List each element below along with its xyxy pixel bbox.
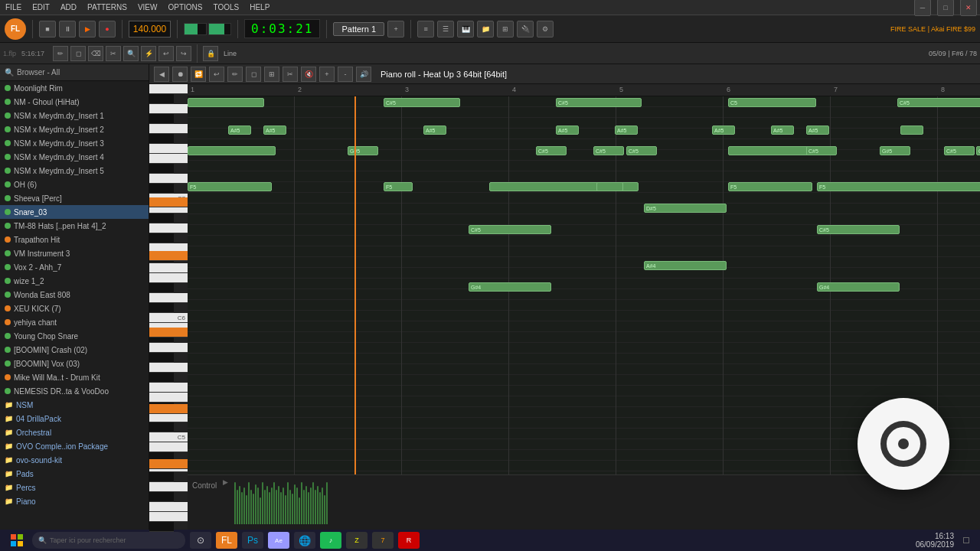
sidebar-item-23[interactable]: 📁NSM [0,398,149,412]
piano-key-C5[interactable]: C5 [149,432,188,442]
piano-key-A#7[interactable] [149,94,174,104]
note-12[interactable]: A#5 [771,126,794,135]
note-33[interactable]: F5 [817,182,980,191]
taskbar-app3[interactable]: R [398,532,420,549]
browser-btn[interactable]: 📁 [477,21,494,37]
note-13[interactable]: A#5 [806,126,829,135]
sidebar-item-15[interactable]: Wonda East 808 [0,288,149,302]
record-btn[interactable]: ● [99,21,116,37]
tool-draw[interactable]: ✏ [53,46,68,61]
tool-undo[interactable]: ↩ [158,46,174,61]
sidebar-item-18[interactable]: Young Chop Snare [0,329,149,343]
tool-redo[interactable]: ↪ [176,46,191,61]
pr-pencil[interactable]: ✏ [227,67,243,82]
show-desktop-btn[interactable] [959,532,974,549]
note-26[interactable]: C#5 [976,146,980,155]
sidebar-item-25[interactable]: 📁Orchestral [0,425,149,439]
pr-rec-btn[interactable]: ⏺ [172,67,188,82]
menu-view[interactable]: VIEW [136,3,160,11]
note-37[interactable]: C#5 [469,225,551,234]
piano-key-C#5[interactable] [149,422,174,432]
piano-key-F5[interactable] [149,383,188,393]
pause-btn[interactable]: ⏸ [59,21,76,37]
piano-key-F6[interactable] [149,263,188,273]
piano-key-D#6[interactable] [149,283,174,293]
piano-key-E5[interactable] [149,393,188,403]
taskbar-spotify[interactable]: ♪ [320,532,341,549]
pr-mute[interactable]: 🔇 [301,67,316,82]
piano-key-A6[interactable] [149,223,188,233]
tool-select[interactable]: ◻ [70,46,86,61]
menu-help[interactable]: HELP [247,3,272,11]
piano-key-active[interactable] [149,328,188,337]
sidebar-item-6[interactable]: NSM x Meydm.dy_Insert 5 [0,164,149,178]
piano-key-E7[interactable] [149,154,188,164]
taskbar-ae[interactable]: Ae [268,532,289,549]
pr-glue[interactable]: ⊞ [264,67,279,82]
note-38[interactable]: C#5 [817,225,900,234]
menu-add[interactable]: ADD [58,3,79,11]
note-25[interactable]: C#5 [944,146,975,155]
note-24[interactable]: G#5 [880,146,910,155]
note-1[interactable]: C#5 [384,98,460,107]
piano-key-G#5[interactable] [149,353,174,363]
sidebar-item-16[interactable]: XEU KICK (7) [0,302,149,315]
note-3[interactable]: C5 [728,98,816,107]
sidebar-item-12[interactable]: VM Instrument 3 [0,246,149,260]
bpm-display[interactable]: 140.000 [129,21,171,37]
start-button[interactable] [6,532,28,549]
menu-file[interactable]: FILE [3,3,24,11]
sidebar-item-26[interactable]: 📁OVO Comple..ion Package [0,439,149,453]
note-23[interactable]: C#5 [806,146,837,155]
note-32[interactable]: F5 [728,182,812,191]
piano-key-G#6[interactable] [149,233,174,243]
sidebar-item-28[interactable]: 📁Pads [0,467,149,481]
stop-btn[interactable]: ■ [39,21,56,37]
note-42[interactable]: G#4 [817,282,900,292]
piano-key-C#6[interactable] [149,303,174,313]
piano-key-F4[interactable] [149,502,188,512]
note-18[interactable]: G#5 [348,146,378,155]
taskbar-app1[interactable]: Z [346,532,368,549]
playlist-btn[interactable]: ☰ [437,21,454,37]
note-29[interactable]: F5 [384,182,413,191]
note-35[interactable]: D#5 [644,204,727,213]
maximize-btn[interactable]: □ [937,0,954,16]
sidebar-item-1[interactable]: NM - Ghoul (HiHat) [0,95,149,109]
piano-key-E4[interactable] [149,512,188,522]
sidebar-item-30[interactable]: 📁Piano [0,494,149,508]
taskbar-chrome[interactable]: 🌐 [294,532,315,549]
piano-key-D7[interactable] [149,174,188,184]
sidebar-item-7[interactable]: OH (6) [0,178,149,191]
piano-key-C#7[interactable] [149,184,174,194]
piano-key-G#4[interactable] [149,472,174,482]
sidebar-item-21[interactable]: Mike Will Ma..t - Drum Kit [0,370,149,384]
piano-key-C6[interactable]: C6 [149,313,188,323]
sidebar-item-3[interactable]: NSM x Meydm.dy_Insert 2 [0,122,149,136]
piano-key-B4[interactable] [149,442,188,452]
piano-key-B7[interactable] [149,84,188,94]
taskbar-cortana[interactable]: ⊙ [190,532,211,549]
sidebar-item-4[interactable]: NSM x Meydm.dy_Insert 3 [0,136,149,150]
settings-btn[interactable]: ⚙ [537,21,554,37]
sidebar-item-17[interactable]: yehiya chant [0,315,149,329]
note-39[interactable]: A#4 [644,261,727,270]
menu-edit[interactable]: EDIT [30,3,52,11]
sidebar-item-9[interactable]: Snare_03 [0,205,149,219]
mixer-btn[interactable]: ≡ [417,21,434,37]
taskbar-app2[interactable]: 7 [372,532,394,549]
piano-key-D#4[interactable] [149,522,174,532]
play-btn[interactable]: ▶ [79,21,96,37]
piano-roll-btn[interactable]: 🎹 [457,21,474,37]
plugin-btn[interactable]: 🔌 [517,21,534,37]
menu-options[interactable]: OPTIONS [165,3,204,11]
piano-key-G4[interactable] [149,482,188,492]
piano-key-G7[interactable] [149,124,188,134]
piano-key-active[interactable] [149,197,188,207]
taskbar-explorer[interactable]: FL [216,532,237,549]
menu-tools[interactable]: TOOLS [211,3,241,11]
note-20[interactable]: C#5 [593,146,624,155]
note-0[interactable] [188,98,264,107]
search-bar[interactable]: 🔍 Taper ici pour rechercher [32,532,185,549]
close-btn[interactable]: ✕ [960,0,977,16]
